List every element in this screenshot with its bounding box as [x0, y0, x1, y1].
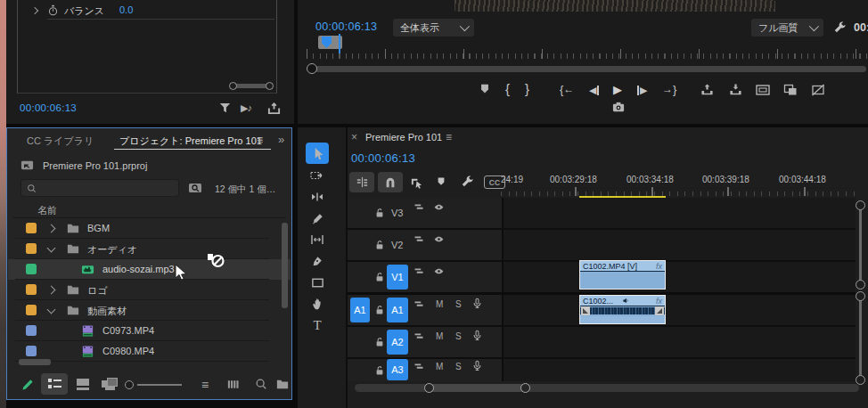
new-bin-icon[interactable]: [276, 378, 289, 390]
comparison-view-icon[interactable]: [756, 83, 770, 97]
label-chip-green[interactable]: [26, 264, 37, 274]
solo-button[interactable]: S: [455, 299, 462, 309]
playback-quality-select[interactable]: フル画質: [751, 19, 823, 37]
voiceover-mic-icon[interactable]: [471, 360, 483, 371]
timeline-settings-wrench-icon[interactable]: [461, 175, 474, 188]
more-tabs-icon[interactable]: »: [278, 133, 284, 146]
track-target-v2[interactable]: V2: [391, 240, 403, 250]
timeline-panel-menu-icon[interactable]: ≡: [446, 131, 452, 143]
v-scroll-handle[interactable]: [856, 375, 865, 385]
rectangle-tool-button[interactable]: [306, 272, 329, 293]
track-target-a2[interactable]: A2: [387, 330, 408, 355]
hand-tool-button[interactable]: [306, 293, 329, 314]
solo-button[interactable]: S: [455, 331, 462, 341]
selection-tool-button[interactable]: [306, 143, 329, 164]
find-icon[interactable]: [255, 378, 267, 390]
monitor-zoom-scrollbar[interactable]: [310, 66, 866, 72]
timeline-tab-close-icon[interactable]: ×: [351, 131, 357, 143]
bin-row-footage[interactable]: 動画素材: [8, 300, 291, 321]
list-view-button[interactable]: [41, 373, 68, 395]
project-vertical-scrollbar[interactable]: [282, 223, 288, 308]
zoom-level-select[interactable]: 全体表示: [393, 19, 474, 37]
effect-mini-scrollbar[interactable]: [229, 82, 274, 90]
zoom-slider-handle[interactable]: [125, 380, 134, 389]
project-file-name[interactable]: Premiere Pro 101.prproj: [43, 160, 147, 171]
voiceover-mic-icon[interactable]: [471, 298, 483, 309]
filmstrip-icon[interactable]: [226, 378, 240, 391]
sync-lock-icon[interactable]: [414, 265, 424, 276]
track-target-a3[interactable]: A3: [387, 359, 408, 380]
mute-button[interactable]: M: [436, 331, 443, 341]
timeline-audio-clip[interactable]: C1002... fx: [579, 295, 666, 324]
multicam-icon[interactable]: [783, 83, 798, 97]
sort-icon[interactable]: ≡: [201, 378, 209, 392]
h-scroll-handle-right[interactable]: [520, 383, 530, 393]
chevron-right-icon[interactable]: [48, 225, 54, 232]
fx-badge[interactable]: fx: [656, 262, 662, 271]
freeform-view-button[interactable]: [102, 378, 118, 391]
add-marker-icon[interactable]: [479, 83, 491, 95]
solo-button[interactable]: S: [455, 362, 462, 371]
monitor-settings-wrench-icon[interactable]: [833, 20, 847, 34]
label-chip-orange[interactable]: [26, 223, 37, 233]
sync-lock-icon[interactable]: [414, 361, 424, 371]
track-select-tool-button[interactable]: [306, 165, 329, 186]
v-scroll-handle[interactable]: [856, 280, 865, 290]
monitor-zoom-handle[interactable]: [307, 63, 317, 74]
clip-trim-handle-right[interactable]: [655, 306, 664, 315]
snap-toggle[interactable]: [378, 172, 403, 192]
timeline-add-marker-icon[interactable]: [436, 176, 446, 187]
chevron-down-icon[interactable]: [48, 306, 54, 313]
clip-row-c0980[interactable]: C0980.MP4: [8, 341, 291, 362]
timeline-timecode[interactable]: 00:00:06:13: [351, 151, 415, 165]
h-scroll-handle-left[interactable]: [424, 383, 434, 393]
label-chip-orange[interactable]: [26, 243, 37, 254]
search-bin-icon[interactable]: [188, 181, 202, 195]
track-lock-icon[interactable]: [374, 305, 385, 315]
filter-icon[interactable]: [218, 102, 232, 115]
track-lock-icon[interactable]: [374, 272, 385, 282]
label-chip-orange[interactable]: [26, 305, 37, 315]
bin-row-logo[interactable]: ロゴ: [8, 280, 291, 300]
sync-lock-icon[interactable]: [414, 201, 424, 212]
effect-controls-timecode[interactable]: 00:00:06:13: [20, 102, 77, 113]
track-target-a1[interactable]: A1: [387, 298, 408, 322]
search-input[interactable]: [20, 179, 179, 197]
track-lock-icon[interactable]: [374, 208, 385, 218]
h-scroll-thumb[interactable]: [429, 384, 523, 392]
monitor-time-ruler[interactable]: [307, 46, 868, 59]
slip-tool-button[interactable]: [306, 229, 329, 250]
clip-row-audio-sozai[interactable]: audio-sozai.mp3: [8, 259, 291, 280]
lift-icon[interactable]: [700, 83, 714, 96]
insert-as-nest-toggle[interactable]: [349, 172, 374, 192]
timeline-video-clip[interactable]: C1002.MP4 [V] fx: [579, 260, 666, 290]
play-button[interactable]: ▶: [613, 84, 622, 95]
sync-lock-icon[interactable]: [414, 330, 424, 341]
monitor-timecode[interactable]: 00:00:06:13: [315, 20, 377, 33]
track-output-eye-icon[interactable]: [433, 265, 445, 277]
fx-badge[interactable]: fx: [656, 297, 662, 306]
track-target-v1[interactable]: V1: [387, 265, 408, 290]
v-scroll-handle[interactable]: [856, 200, 865, 210]
v-scroll-handle[interactable]: [856, 291, 865, 301]
tab-project[interactable]: プロジェクト: Premiere Pro 101: [119, 135, 262, 148]
export-frame-camera-icon[interactable]: [611, 101, 626, 114]
extract-icon[interactable]: [729, 83, 742, 96]
label-chip-orange[interactable]: [26, 284, 37, 295]
type-tool-button[interactable]: T: [306, 314, 329, 336]
sync-lock-icon[interactable]: [414, 233, 424, 244]
voiceover-mic-icon[interactable]: [471, 330, 483, 341]
track-header-divider[interactable]: [502, 198, 504, 381]
mark-out-button[interactable]: }: [525, 83, 529, 94]
clip-row-c0973[interactable]: C0973.MP4: [8, 321, 291, 341]
step-back-button[interactable]: ◀: [589, 85, 599, 96]
param-expand-chevron[interactable]: [32, 8, 37, 13]
razor-tool-button[interactable]: [306, 208, 329, 229]
zoom-slider-track[interactable]: [137, 384, 182, 386]
label-chip-blue[interactable]: [26, 346, 37, 356]
param-value[interactable]: 0.0: [119, 4, 133, 15]
track-target-v3[interactable]: V3: [391, 208, 403, 218]
source-patch-a1[interactable]: A1: [350, 298, 370, 322]
chevron-right-icon[interactable]: [48, 287, 54, 293]
chevron-down-icon[interactable]: [48, 245, 54, 251]
